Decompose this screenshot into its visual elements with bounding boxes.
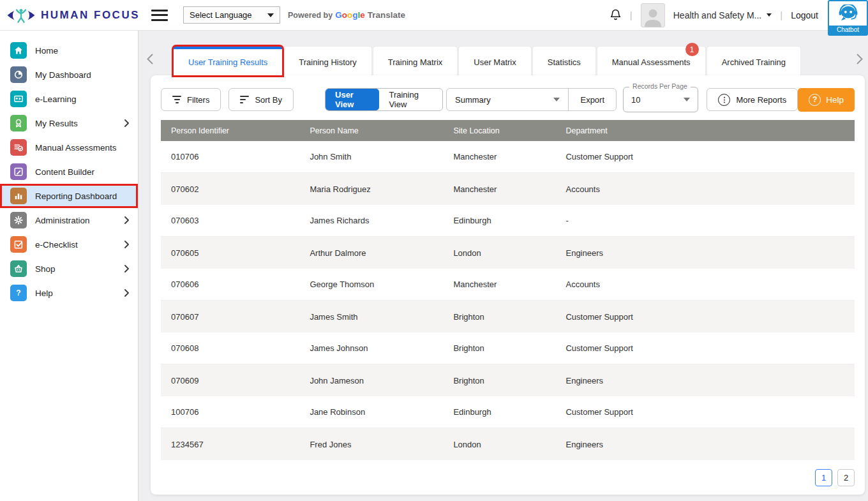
sidebar-item-content-builder[interactable]: Content Builder [0,160,138,184]
table-row[interactable]: 070609John JamesonBrightonEngineers [161,364,855,396]
chatbot-button[interactable]: Chatbot [828,0,868,36]
chevron-right-icon [124,289,129,297]
table-cell: Engineers [555,248,854,258]
tab-statistics[interactable]: Statistics [533,47,595,75]
table-row[interactable]: 070602Maria RodriguezManchesterAccounts [161,173,855,205]
tab-training-matrix[interactable]: Training Matrix [373,47,457,75]
logout-link[interactable]: Logout [791,10,818,20]
summary-select-value: Summary [455,95,491,105]
caret-down-icon [553,98,560,101]
medal-icon [10,115,27,131]
sort-by-label: Sort By [255,95,282,105]
table-row[interactable]: 070606George ThomsonManchesterAccounts [161,269,855,301]
table-cell: John Smith [299,152,443,161]
user-view-toggle[interactable]: User View [326,89,379,110]
table-cell: James Richards [299,216,443,225]
sidebar-item-label: Home [35,46,58,56]
table-cell: 070606 [161,280,299,289]
export-button[interactable]: Export [568,89,616,110]
tab-training-history[interactable]: Training History [284,47,371,75]
sidebar-item-help[interactable]: ?Help [0,281,138,305]
gear-icon [10,212,27,228]
tab-archived-training[interactable]: Archived Training [707,47,800,75]
help-button[interactable]: ? Help [798,88,855,112]
table-cell: Customer Support [555,152,854,161]
table-row[interactable]: 070608James JohnsonBrightonCustomer Supp… [161,333,855,364]
tabs-scroll-left-icon[interactable] [147,54,153,64]
chevron-right-icon [124,119,129,127]
records-per-page-select[interactable]: Records Per Page 10 [623,87,698,112]
results-table: Person IdentifierPerson NameSite Locatio… [161,120,855,460]
table-row[interactable]: 1234567Fred JonesLondonEngineers [161,428,855,460]
notification-bell-icon[interactable] [610,8,622,22]
chevron-right-icon [124,241,129,248]
table-row[interactable]: 070607James SmithBrightonCustomer Suppor… [161,301,855,333]
filters-button[interactable]: Filters [161,88,221,111]
caret-down-icon [684,98,690,101]
tab-label: Training History [299,57,357,67]
summary-select[interactable]: Summary [447,89,568,110]
sidebar-item-e-learning[interactable]: e-Learning [0,87,138,111]
sidebar-item-manual-assessments[interactable]: Manual Assessments [0,135,138,160]
tab-label: Training Matrix [388,57,442,67]
chevron-right-icon [124,216,129,224]
table-cell: - [555,216,854,225]
training-view-toggle[interactable]: Training View [379,89,442,110]
sidebar-item-label: Administration [35,216,90,225]
help-label: Help [826,95,844,105]
summary-export-group: Summary Export [446,88,617,111]
sort-by-button[interactable]: Sort By [228,88,294,111]
table-cell: 010706 [161,152,299,161]
table-row[interactable]: 070605Arthur DalmoreLondonEngineers [161,237,855,269]
user-role-dropdown[interactable]: Health and Safety M... [673,10,772,20]
powered-by-label: Powered by [288,11,333,20]
page-button-1[interactable]: 1 [815,469,832,486]
table-cell: Engineers [555,376,854,385]
table-cell: 070608 [161,343,299,353]
notification-badge: 1 [685,43,699,56]
table-row[interactable]: 100706Jane RobinsonEdinburghCustomer Sup… [161,396,855,428]
sidebar-item-e-checklist[interactable]: e-Checklist [0,232,138,257]
sidebar-item-my-results[interactable]: My Results [0,111,138,135]
table-cell: Manchester [443,280,555,289]
language-select[interactable]: Select Language [183,6,280,24]
page-button-2[interactable]: 2 [837,469,855,486]
home-icon [10,42,27,59]
table-row[interactable]: 010706John SmithManchesterCustomer Suppo… [161,141,855,173]
hamburger-menu-icon[interactable] [151,10,168,21]
column-header-department[interactable]: Department [555,126,854,135]
checklist-search-icon [10,139,27,156]
tab-user-training-results[interactable]: User Training Results [174,47,282,75]
user-avatar[interactable] [641,3,665,27]
table-cell: Jane Robinson [299,407,443,417]
tab-user-matrix[interactable]: User Matrix [459,47,530,75]
table-cell: Engineers [555,440,854,449]
table-cell: Edinburgh [443,407,555,417]
table-header-row: Person IdentifierPerson NameSite Locatio… [161,120,855,141]
sidebar-item-home[interactable]: Home [0,38,138,63]
tab-label: Manual Assessments [612,57,691,67]
sidebar-item-label: My Dashboard [35,70,91,80]
records-per-page-value: 10 [631,95,640,105]
table-cell: Fred Jones [299,440,443,449]
more-reports-button[interactable]: ⋮ More Reports [707,88,798,111]
sidebar-item-shop[interactable]: Shop [0,257,138,281]
column-header-person-identifier[interactable]: Person Identifier [161,126,299,135]
table-body: 010706John SmithManchesterCustomer Suppo… [161,141,855,460]
table-cell: 100706 [161,407,299,417]
column-header-person-name[interactable]: Person Name [299,126,443,135]
table-cell: 070602 [161,184,299,194]
table-cell: Arthur Dalmore [299,248,443,258]
sidebar-item-administration[interactable]: Administration [0,208,138,232]
sidebar-item-my-dashboard[interactable]: My Dashboard [0,63,138,87]
logo[interactable]: HUMAN FOCUS [0,6,138,25]
table-cell: John Jameson [299,376,443,385]
human-focus-eye-icon [6,6,36,25]
sidebar-item-reporting-dashboard[interactable]: Reporting Dashboard [0,184,138,208]
chatbot-label: Chatbot [829,26,867,34]
toolbar: Filters Sort By User View Training View … [151,85,865,114]
tab-manual-assessments[interactable]: Manual Assessments1 [597,47,705,75]
tabs-scroll-right-icon[interactable] [857,54,863,64]
column-header-site-location[interactable]: Site Location [443,126,555,135]
table-row[interactable]: 070603James RichardsEdinburgh- [161,205,855,237]
